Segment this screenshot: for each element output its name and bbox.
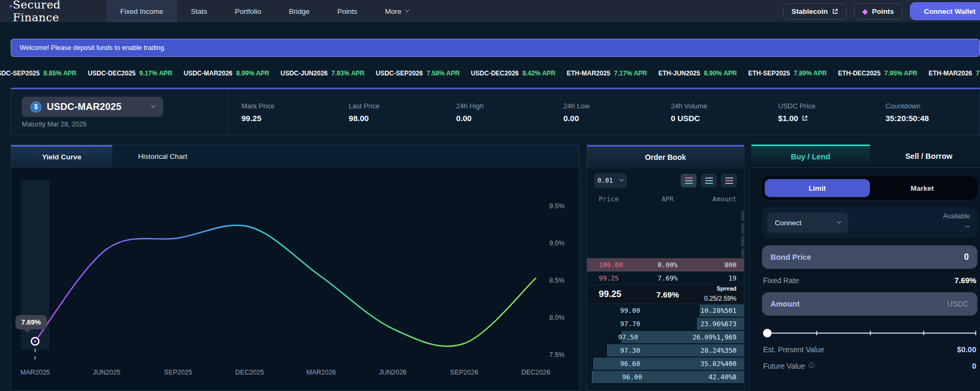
bond-price-field[interactable]: Bond Price 0 [762,245,977,269]
maturity-label: Maturity Mar 28, 2025 [22,121,228,128]
nav-item-stats[interactable]: Stats [177,0,221,22]
ticker-item[interactable]: USDC-DEC20268.42% APR [471,70,555,77]
x-axis-label: JUN2025 [93,369,120,376]
nav-item-portfolio[interactable]: Portfolio [221,0,275,22]
bid-row[interactable]: 96.60 35.82% 400 [587,357,744,370]
y-axis-label: 8.0% [549,314,565,321]
brand-logo[interactable]: Secured Finance [0,0,106,22]
y-axis-label: 9.0% [549,240,565,247]
bid-row[interactable]: 96.00 42.40% 8 [587,370,744,384]
mid-bar-icon [705,177,713,179]
order-book-title: Order Book [587,145,744,168]
view-both-sides-button[interactable] [681,174,697,188]
order-book-panel: Order Book 0.01 Pr [587,144,744,391]
trade-panel: Buy / Lend Sell / Borrow Limit Market Co… [751,144,980,391]
bid-row[interactable]: 99.00 10.28% 501 [587,304,744,317]
stablecoin-button[interactable]: Stablecoin [783,3,846,20]
slider-thumb[interactable] [763,329,772,337]
amount-slider[interactable] [763,328,976,338]
chevron-down-icon [837,219,841,223]
main-content: Yield Curve Historical Chart MAR2025JUN2… [11,144,980,391]
ticker-item[interactable]: ETH-SEP20257.89% APR [748,70,827,77]
x-axis-label: MAR2025 [20,369,50,376]
yield-curve-chart[interactable]: MAR2025JUN2025SEP2025DEC2025MAR2026JUN20… [11,168,579,390]
welcome-banner: Welcome! Please deposit funds to enable … [11,39,980,57]
depth-minibar [741,236,744,246]
x-axis-label: SEP2026 [450,369,479,376]
trade-form: Limit Market Connect Available -- Bond P… [751,168,980,370]
bid-row[interactable]: 97.30 28.24% 350 [587,344,744,357]
chart-tabbar: Yield Curve Historical Chart [11,145,579,168]
ticker-item[interactable]: USDC-JUN20267.93% APR [281,70,365,77]
mid-bar-icon [685,180,693,182]
ask-row[interactable]: 99.25 7.69% 19 [587,271,744,285]
chevron-down-icon [619,177,624,181]
welcome-banner-text: Welcome! Please deposit funds to enable … [20,44,166,52]
usdc-coin-icon: $ [30,101,41,113]
ticker-item[interactable]: ETH-JUN20258.90% APR [658,70,737,77]
ticker-item[interactable]: ETH-MAR20257.17% APR [567,70,647,77]
ask-row[interactable]: 100.00 0.00% 800 [587,258,744,271]
chevron-down-icon [405,7,409,12]
brand-dot-icon [10,5,12,7]
bid-row[interactable]: 97.50 26.09% 1,969 [587,330,744,344]
nav-item-fixed-income[interactable]: Fixed Income [106,0,177,22]
depth-minibar [741,249,744,257]
ticker-item[interactable]: USDC-MAR20268.99% APR [183,70,269,77]
tab-yield-curve[interactable]: Yield Curve [11,145,112,167]
ticker-item[interactable]: USDC-SEP20258.85% APR [0,70,77,77]
x-axis-label: DEC2025 [235,369,264,376]
selected-market: USDC-MAR2025 [47,101,121,113]
bid-row[interactable]: 97.70 23.96% 673 [587,317,744,330]
view-asks-only-button[interactable] [721,174,737,188]
nav-item-bridge[interactable]: Bridge [275,0,323,22]
stat-24h-low: 24h Low 0.00 [550,102,658,135]
stat-24h-volume: 24h Volume 0 USDC [657,102,765,135]
stat-last-price: Last Price 98.00 [336,102,443,135]
main-nav: Fixed Income Stats Portfolio Bridge Poin… [106,0,423,22]
mid-bar-icon [725,183,733,184]
asks-empty-area [587,207,744,258]
market-selector-area: $ USDC-MAR2025 Maturity Mar 28, 2025 [11,89,228,135]
ticker-item[interactable]: USDC-SEP20267.58% APR [375,70,459,77]
bids-bar-icon [685,183,693,184]
nav-item-more[interactable]: More [371,0,423,22]
connect-dropdown[interactable]: Connect [767,212,848,233]
x-axis-label: JUN2026 [379,369,406,376]
external-link-icon[interactable] [802,115,808,121]
brand-name: Secured Finance [13,0,106,24]
market-pair-selector[interactable]: $ USDC-MAR2025 [22,97,163,117]
tab-sell-borrow[interactable]: Sell / Borrow [870,144,980,168]
mid-price-row[interactable]: 99.25 7.69% Spread 0.25/2.59% [587,285,744,304]
connect-wallet-button[interactable]: Connect Wallet [910,2,980,20]
tab-buy-lend[interactable]: Buy / Lend [751,144,870,168]
info-icon[interactable]: ⓘ [808,361,815,370]
ticker-item[interactable]: USDC-DEC20259.17% APR [88,70,172,77]
stat-usdc-price: USDC Price $1.00 [765,102,872,135]
bids-bar-icon [705,183,713,184]
chevron-down-icon [151,103,155,107]
points-button[interactable]: ◆ Points [854,3,902,20]
ticker-item[interactable]: ETH-MAR20267.80% APR [928,70,980,77]
y-axis-label: 9.5% [549,202,565,210]
yield-curve-svg [11,168,579,391]
y-axis-label: 7.5% [549,351,565,359]
stat-24h-high: 24h High 0.00 [443,102,550,135]
order-type-limit[interactable]: Limit [765,179,870,197]
order-book-controls: 0.01 [587,168,744,192]
nav-item-points[interactable]: Points [323,0,371,22]
order-book-columns: Price APR Amount [587,192,744,207]
chart-panel: Yield Curve Historical Chart MAR2025JUN2… [11,144,580,391]
slider-tick [870,331,871,335]
asks-bar-icon [725,180,733,182]
view-bids-only-button[interactable] [701,174,717,188]
tick-size-dropdown[interactable]: 0.01 [594,173,627,188]
asks-bar-icon [685,177,693,179]
amount-field[interactable]: Amount USDC [762,292,977,316]
est-present-value-row: Est. Present Value $0.00 [762,345,977,354]
tab-historical-chart[interactable]: Historical Chart [112,145,213,167]
nav-actions: Stablecoin ◆ Points Connect Wallet [783,0,980,22]
top-nav: Secured Finance Fixed Income Stats Portf… [0,0,980,22]
order-type-market[interactable]: Market [870,179,975,197]
ticker-item[interactable]: ETH-DEC20257.95% APR [838,70,917,77]
